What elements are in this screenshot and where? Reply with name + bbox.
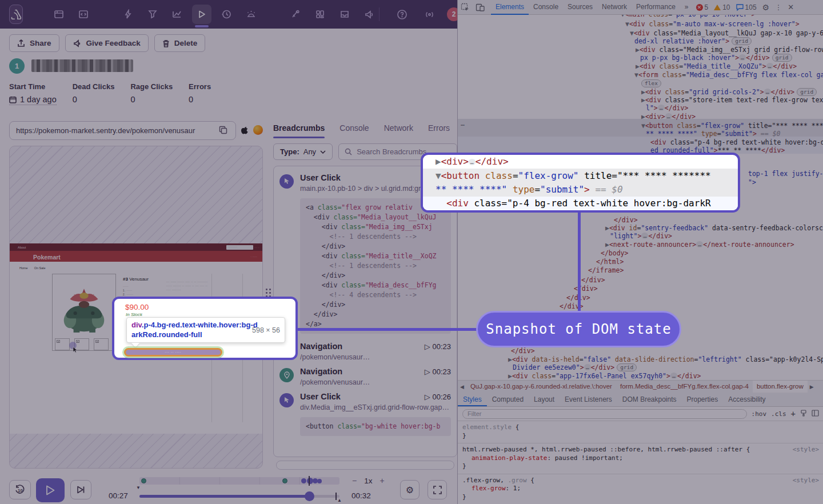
style-source-link[interactable]: <style> bbox=[793, 446, 819, 454]
devtools-tab-performance[interactable]: Performance bbox=[632, 0, 680, 15]
event-track[interactable] bbox=[139, 477, 339, 485]
insights-icon[interactable] bbox=[167, 5, 187, 24]
devtools-settings-icon[interactable]: ⚙ bbox=[762, 3, 770, 12]
dom-tree-line[interactable]: ▼<button class="flex-grow" title="*** **… bbox=[641, 122, 823, 130]
replay-url-field[interactable]: https://pokemon-market.sentry.dev/pokemo… bbox=[9, 121, 236, 140]
dom-tree-line[interactable]: top-1 flex justify-cen bbox=[748, 170, 823, 178]
dom-tree-line[interactable]: ▶<div class="Media_img__eSTxj grid grid-… bbox=[636, 46, 823, 54]
dom-tree-line[interactable]: </div> bbox=[614, 216, 638, 224]
broadcast-megaphone-icon[interactable] bbox=[359, 5, 379, 24]
event-marker[interactable] bbox=[301, 478, 306, 483]
sidebar-layout-icon[interactable] bbox=[812, 409, 819, 419]
breadcrumb-item[interactable]: User Click▷ 00:26div.Media_img__eSTxj.gr… bbox=[279, 392, 457, 438]
css-rule[interactable]: html.rrweb-paused *, html.rrweb-paused :… bbox=[458, 443, 823, 474]
styles-tab-layout[interactable]: Layout bbox=[529, 393, 560, 406]
dom-tree-line[interactable]: ▼<div class="Media_layout__lkQuJ gap-x-1… bbox=[630, 29, 823, 37]
hov-toggle[interactable]: :hov bbox=[752, 410, 767, 418]
tab-console[interactable]: Console bbox=[339, 123, 369, 138]
devtools-tab-console[interactable]: Console bbox=[529, 0, 563, 15]
dom-tree-line[interactable]: </div> bbox=[511, 347, 535, 355]
dom-tree-line[interactable]: ▶<div class="grid grid-cols-2">…</div>gr… bbox=[641, 88, 817, 96]
devtools-menu-icon[interactable]: ⋮ bbox=[775, 3, 782, 11]
devtools-close-icon[interactable]: ✕ bbox=[788, 3, 794, 11]
styles-tab-styles[interactable]: Styles bbox=[458, 393, 487, 406]
event-marker[interactable] bbox=[317, 479, 322, 483]
site-about-link[interactable]: About bbox=[18, 246, 26, 249]
delete-button[interactable]: Delete bbox=[154, 34, 206, 52]
devtools-crumb[interactable]: form.Media_desc__bfFYg.flex.flex-col.gap… bbox=[616, 381, 753, 393]
tab-breadcrumbs[interactable]: Breadcrumbs bbox=[273, 123, 325, 138]
more-tabs-button[interactable]: » bbox=[680, 0, 693, 15]
dom-tree-line[interactable]: ▶<div data-is-held="false" data-slide-di… bbox=[508, 355, 823, 363]
history-icon[interactable] bbox=[217, 5, 236, 24]
copy-url-icon[interactable] bbox=[219, 126, 227, 137]
devtools-tab-sources[interactable]: Sources bbox=[563, 0, 597, 15]
site-search-input[interactable]: ········· bbox=[226, 245, 253, 250]
help-icon[interactable] bbox=[392, 5, 412, 24]
new-rule-button[interactable]: + bbox=[791, 409, 796, 418]
dom-tree-line[interactable]: </div> bbox=[581, 276, 605, 284]
dom-tree-line[interactable]: ▼<div class="m-auto max-w-screen-lg :hov… bbox=[625, 20, 800, 28]
replays-icon[interactable] bbox=[192, 5, 211, 24]
sentry-logo[interactable] bbox=[9, 5, 23, 24]
styles-tab-accessibility[interactable]: Accessibility bbox=[723, 393, 770, 406]
crumbs-scroll-left[interactable]: ◀ bbox=[458, 384, 466, 390]
dom-tree-line[interactable]: Divider ee5ezew0">…</div>grid bbox=[513, 363, 637, 371]
styles-tab-properties[interactable]: Properties bbox=[682, 393, 724, 406]
css-rule[interactable]: .flex-grow, .grow {flex-grow: 1;}<style> bbox=[458, 474, 823, 504]
tab-network[interactable]: Network bbox=[384, 123, 413, 138]
crumbs-scroll-right[interactable]: ▶ bbox=[808, 384, 816, 390]
share-button[interactable]: Share bbox=[9, 34, 59, 52]
dom-tree-line[interactable]: ▶<next-route-announcer>…</next-route-ann… bbox=[605, 241, 794, 249]
highlighted-button-element[interactable]: ··· ·· ···· bbox=[124, 348, 222, 357]
alerts-icon[interactable] bbox=[241, 5, 261, 24]
styles-tab-computed[interactable]: Computed bbox=[487, 393, 529, 406]
site-nav-onsale[interactable]: On Sale bbox=[34, 266, 46, 270]
breadcrumb-item[interactable]: Navigation▷ 00:23/pokemon/venusaur… bbox=[279, 342, 457, 361]
inbox-icon[interactable] bbox=[335, 5, 354, 24]
site-brand[interactable]: Pokemart bbox=[33, 254, 61, 261]
css-rule[interactable]: element.style {} bbox=[458, 421, 823, 443]
player-settings-button[interactable]: ⚙ bbox=[400, 480, 420, 499]
event-marker[interactable] bbox=[141, 478, 146, 483]
devtools-crumb[interactable]: QuJ.gap-x-10.gap-y-6.rounded-xl.relative… bbox=[466, 381, 616, 393]
dom-tree-line[interactable]: <div class="p-4 bg-red text-white hover:… bbox=[650, 138, 823, 146]
console-warning-count[interactable]: 10 bbox=[714, 3, 730, 11]
stats-icon[interactable] bbox=[286, 5, 305, 24]
inspect-element-icon[interactable] bbox=[461, 3, 470, 12]
skip-to-end-button[interactable] bbox=[70, 480, 91, 499]
styles-tab-event-listeners[interactable]: Event Listeners bbox=[560, 393, 617, 406]
dom-tree-line[interactable]: </html> bbox=[596, 258, 624, 266]
dom-tree-line[interactable]: "light">…</div> bbox=[610, 232, 672, 240]
projects-icon[interactable] bbox=[49, 5, 69, 24]
dom-tree-line[interactable]: ▶<div>…</div> bbox=[641, 113, 696, 121]
breadcrumb-item[interactable]: Navigation▷ 00:23/pokemon/venusaur… bbox=[279, 367, 457, 386]
dom-tree-line[interactable]: ded-xl relative :hover">grid bbox=[634, 37, 752, 45]
devtools-tab-network[interactable]: Network bbox=[597, 0, 632, 15]
dom-tree-line[interactable]: ▶<div class="app-17fx6el-Panel ex57qyh0"… bbox=[508, 372, 701, 380]
device-toolbar-icon[interactable] bbox=[476, 3, 485, 11]
dashboards-icon[interactable] bbox=[310, 5, 330, 24]
breadcrumb-timestamp[interactable]: ▷ 00:23 bbox=[425, 342, 451, 351]
dom-tree-line[interactable]: ▶<div class="store-item text-red flex-gr… bbox=[641, 96, 823, 104]
dom-tree-line[interactable]: ▶<div id="sentry-feedback" data-sentry-f… bbox=[605, 224, 823, 232]
brush-icon[interactable] bbox=[800, 409, 807, 419]
timeline-scrubber[interactable] bbox=[139, 495, 339, 498]
speed-slower-button[interactable]: − bbox=[352, 476, 357, 485]
layout-badge[interactable]: flex bbox=[641, 79, 661, 87]
service-status-icon[interactable] bbox=[420, 5, 439, 24]
dom-tree-line[interactable]: l">…</div> bbox=[646, 104, 688, 112]
dom-tree-line[interactable]: ▶<div class="Media_title__XoQZu">…</div> bbox=[636, 62, 797, 70]
cls-toggle[interactable]: .cls bbox=[771, 410, 786, 418]
devtools-crumb[interactable]: button.flex-grow bbox=[753, 381, 808, 393]
event-marker[interactable] bbox=[282, 478, 287, 483]
play-button[interactable] bbox=[36, 478, 65, 502]
dom-tree-line[interactable]: "> bbox=[748, 178, 756, 186]
console-message-count[interactable]: 105 bbox=[736, 3, 757, 11]
breadcrumb-timestamp[interactable]: ▷ 00:23 bbox=[425, 367, 451, 376]
breadcrumb-timestamp[interactable]: ▷ 00:26 bbox=[425, 393, 451, 401]
dom-tree-line[interactable]: ** **** ****" type="submit"> == $0 bbox=[646, 130, 780, 138]
speed-faster-button[interactable]: + bbox=[379, 476, 384, 485]
tab-errors[interactable]: Errors bbox=[428, 123, 450, 138]
layout-badge[interactable]: grid bbox=[797, 88, 817, 96]
